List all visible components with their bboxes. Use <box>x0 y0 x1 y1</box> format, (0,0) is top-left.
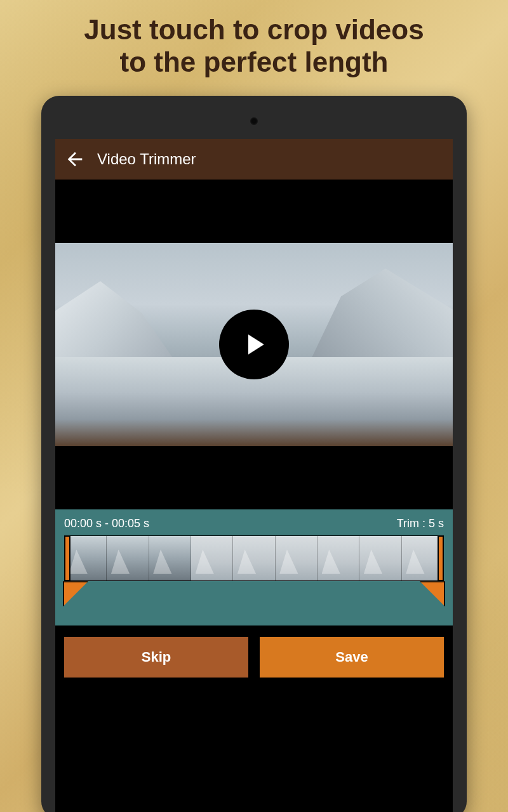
headline-line2: to the perfect length <box>120 46 389 77</box>
tablet-frame: Video Trimmer 00:00 s - 00:05 s Trim : 5… <box>41 96 467 812</box>
video-preview-area <box>55 180 453 509</box>
trim-panel: 00:00 s - 00:05 s Trim : 5 s <box>55 509 453 625</box>
save-button-label: Save <box>335 649 368 665</box>
save-button[interactable]: Save <box>260 637 444 678</box>
filmstrip-thumb <box>359 536 401 580</box>
app-screen: Video Trimmer 00:00 s - 00:05 s Trim : 5… <box>55 139 453 812</box>
trim-labels: 00:00 s - 00:05 s Trim : 5 s <box>64 517 444 530</box>
app-title: Video Trimmer <box>97 150 196 168</box>
skip-button-label: Skip <box>142 649 171 665</box>
back-button[interactable] <box>64 148 86 170</box>
play-icon <box>237 327 271 362</box>
app-bar: Video Trimmer <box>55 139 453 180</box>
filmstrip[interactable] <box>64 535 444 581</box>
trim-handle-end[interactable] <box>438 535 444 581</box>
trim-handle-start[interactable] <box>64 535 70 581</box>
filmstrip-container <box>64 535 444 617</box>
trim-range-label: 00:00 s - 00:05 s <box>64 517 149 530</box>
filmstrip-thumb <box>276 536 318 580</box>
play-button[interactable] <box>219 310 289 379</box>
filmstrip-thumb <box>149 536 191 580</box>
filmstrip-thumb <box>191 536 233 580</box>
filmstrip-thumb <box>318 536 359 580</box>
back-arrow-icon <box>64 148 86 170</box>
trim-duration-label: Trim : 5 s <box>397 517 444 530</box>
headline-line1: Just touch to crop videos <box>84 14 424 45</box>
promo-headline: Just touch to crop videos to the perfect… <box>0 0 508 89</box>
tablet-camera <box>250 117 258 125</box>
action-button-row: Skip Save <box>55 625 453 689</box>
filmstrip-thumb <box>65 536 107 580</box>
filmstrip-thumb <box>233 536 275 580</box>
skip-button[interactable]: Skip <box>64 637 248 678</box>
filmstrip-thumb <box>107 536 149 580</box>
